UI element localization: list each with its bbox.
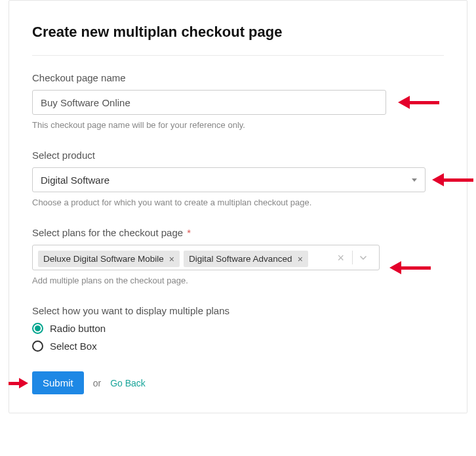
radio-option-label: Radio button xyxy=(50,323,106,334)
select-product-dropdown[interactable]: Digital Software xyxy=(32,167,426,192)
or-text: or xyxy=(93,378,101,388)
arrow-annotation-icon xyxy=(432,173,473,186)
radio-option-radio-button[interactable]: Radio button xyxy=(32,323,444,334)
checkout-name-label: Checkout page name xyxy=(32,72,444,83)
radio-icon xyxy=(32,323,43,334)
submit-button[interactable]: Submit xyxy=(32,371,84,394)
checkout-name-input[interactable] xyxy=(32,90,386,115)
select-plans-multiselect[interactable]: Deluxe Digital Software Mobile × Digital… xyxy=(32,245,380,270)
arrow-annotation-icon xyxy=(398,96,439,109)
plan-tag: Digital Software Advanced × xyxy=(184,251,308,267)
select-product-help: Choose a product for which you want to c… xyxy=(32,197,444,207)
divider xyxy=(32,55,444,56)
field-select-product: Select product Digital Software Choose a… xyxy=(32,150,444,207)
select-plans-label: Select plans for the checkout page * xyxy=(32,227,444,238)
plan-tag-label: Deluxe Digital Software Mobile xyxy=(43,254,164,264)
radio-option-select-box[interactable]: Select Box xyxy=(32,341,444,352)
select-plans-help: Add multiple plans on the checkout page. xyxy=(32,276,444,285)
chevron-down-icon xyxy=(412,178,417,182)
separator xyxy=(352,251,353,264)
field-display-mode: Select how you want to display multiple … xyxy=(32,305,444,352)
page-title: Create new multiplan checkout page xyxy=(32,24,444,41)
action-row: Submit or Go Back xyxy=(32,371,444,394)
radio-icon xyxy=(32,341,43,352)
remove-tag-icon[interactable]: × xyxy=(169,255,174,264)
chevron-down-icon[interactable] xyxy=(354,253,372,263)
selected-plan-tags: Deluxe Digital Software Mobile × Digital… xyxy=(33,245,327,270)
multiselect-controls: × xyxy=(327,245,379,270)
field-checkout-name: Checkout page name This checkout page na… xyxy=(32,72,444,130)
go-back-link[interactable]: Go Back xyxy=(110,378,146,388)
field-select-plans: Select plans for the checkout page * Del… xyxy=(32,227,444,285)
form-card: Create new multiplan checkout page Check… xyxy=(9,0,467,413)
select-plans-label-text: Select plans for the checkout page xyxy=(32,227,183,238)
arrow-annotation-icon xyxy=(9,378,28,388)
checkout-name-help: This checkout page name will be for your… xyxy=(32,120,444,130)
plan-tag: Deluxe Digital Software Mobile × xyxy=(38,251,180,267)
required-mark: * xyxy=(187,227,191,238)
select-product-value: Digital Software xyxy=(41,175,109,186)
remove-tag-icon[interactable]: × xyxy=(298,255,303,264)
clear-all-icon[interactable]: × xyxy=(330,252,351,264)
arrow-annotation-icon xyxy=(389,261,431,274)
display-mode-options: Radio button Select Box xyxy=(32,323,444,352)
select-product-label: Select product xyxy=(32,150,444,161)
plan-tag-label: Digital Software Advanced xyxy=(189,254,292,264)
display-mode-label: Select how you want to display multiple … xyxy=(32,305,444,316)
radio-option-label: Select Box xyxy=(50,341,97,352)
